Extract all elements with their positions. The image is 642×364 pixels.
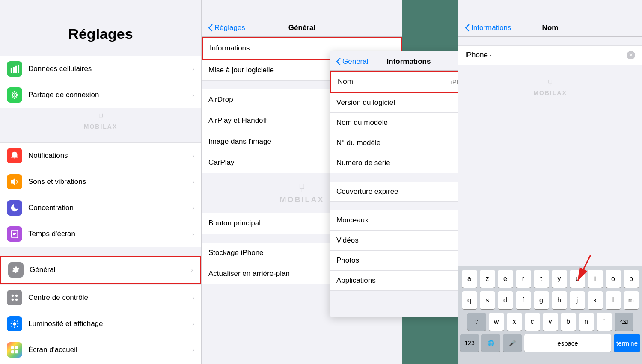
modele-nom-key: Nom du modèle — [336, 118, 388, 127]
key-z[interactable]: z — [480, 270, 495, 288]
key-b[interactable]: b — [561, 313, 576, 331]
key-j[interactable]: j — [570, 291, 585, 309]
temps-label: Temps d'écran — [28, 230, 192, 238]
back-to-informations[interactable]: Informations — [465, 24, 511, 32]
ecran-icon — [7, 342, 22, 358]
luminosite-icon — [7, 316, 22, 331]
settings-section-2: Notifications › Sons et vibrations › Con… — [0, 142, 201, 247]
bouton-label: Bouton principal — [208, 219, 261, 228]
back-to-general[interactable]: Général — [336, 57, 368, 66]
back-to-reglages[interactable]: Réglages — [208, 24, 245, 32]
key-g[interactable]: g — [534, 291, 549, 309]
settings-item-general[interactable]: Général › — [0, 256, 201, 284]
key-globe[interactable]: 🌐 — [482, 334, 500, 352]
key-u[interactable]: u — [570, 270, 585, 288]
svg-point-15 — [13, 322, 16, 325]
svg-point-13 — [12, 299, 14, 301]
settings-list: Données cellulaires › Partage de connexi… — [0, 47, 201, 364]
svg-rect-8 — [12, 230, 18, 238]
actualiser-label: Actualiser en arrière-plan — [208, 269, 290, 278]
donnees-label: Données cellulaires — [28, 65, 192, 73]
sons-icon — [7, 174, 22, 189]
key-t[interactable]: t — [534, 270, 549, 288]
key-r[interactable]: r — [516, 270, 531, 288]
ecran-label: Écran d'accueil — [28, 346, 192, 354]
key-k[interactable]: k — [588, 291, 603, 309]
settings-item-luminosite[interactable]: Luminosité et affichage › — [0, 311, 201, 337]
key-shift[interactable]: ⇧ — [467, 313, 486, 331]
partage-label: Partage de connexion — [28, 91, 192, 99]
notifs-label: Notifications — [28, 151, 192, 160]
image-label: Image dans l'image — [208, 137, 271, 146]
panel1-title: Réglages — [9, 26, 193, 42]
panel4-fork-icon: ⑂ — [458, 78, 642, 89]
keyboard-area: a z e r t y u i o p q s d f g h j k l — [458, 101, 642, 364]
key-s[interactable]: s — [480, 291, 495, 309]
brand-label: MOBILAX — [84, 123, 118, 130]
panel4-header: Informations Nom — [458, 0, 642, 37]
key-backspace[interactable]: ⌫ — [615, 313, 633, 331]
modele-num-key: N° du modèle — [336, 139, 380, 147]
svg-point-11 — [12, 295, 14, 297]
settings-item-centre[interactable]: Centre de contrôle › — [0, 285, 201, 311]
fork-icon: ⑂ — [0, 112, 201, 123]
panel1-header: Réglages — [0, 0, 201, 47]
luminosite-label: Luminosité et affichage — [28, 320, 192, 328]
key-v[interactable]: v — [543, 313, 558, 331]
clear-input-button[interactable]: ✕ — [627, 51, 635, 59]
key-m[interactable]: m — [624, 291, 639, 309]
concentration-icon — [7, 200, 22, 216]
settings-item-notifs[interactable]: Notifications › — [0, 142, 201, 169]
svg-rect-3 — [18, 65, 19, 73]
svg-line-22 — [12, 326, 12, 327]
key-x[interactable]: x — [507, 313, 522, 331]
nom-input-field[interactable] — [465, 51, 627, 59]
key-d[interactable]: d — [498, 291, 513, 309]
settings-item-concentration[interactable]: Concentration › — [0, 195, 201, 221]
key-n[interactable]: n — [579, 313, 594, 331]
couverture-key: Couverture expirée — [336, 187, 398, 196]
key-c[interactable]: c — [525, 313, 540, 331]
key-apostrophe[interactable]: ' — [597, 313, 612, 331]
key-y[interactable]: y — [552, 270, 567, 288]
panel2-header: Réglages Général — [202, 0, 402, 37]
settings-item-partage[interactable]: Partage de connexion › — [0, 82, 201, 108]
maj-label: Mise à jour logicielle — [208, 66, 274, 74]
panel4-back-label: Informations — [471, 24, 511, 32]
key-f[interactable]: f — [516, 291, 531, 309]
svg-line-23 — [17, 321, 18, 322]
settings-item-temps[interactable]: Temps d'écran › — [0, 221, 201, 247]
key-numbers[interactable]: 123 — [460, 334, 479, 352]
settings-section-3: Général › Centre de contrôle › Luminosit… — [0, 256, 201, 364]
key-i[interactable]: i — [588, 270, 603, 288]
svg-rect-0 — [11, 68, 12, 73]
key-h[interactable]: h — [552, 291, 567, 309]
key-mic[interactable]: 🎤 — [503, 334, 522, 352]
svg-rect-1 — [13, 67, 15, 73]
panel3-back-label: Général — [342, 57, 368, 66]
serie-key: Numéro de série — [336, 159, 390, 167]
key-space[interactable]: espace — [524, 334, 611, 352]
donnees-chevron: › — [192, 65, 194, 72]
applications-key: Applications — [336, 276, 376, 285]
settings-item-donnees[interactable]: Données cellulaires › — [0, 56, 201, 82]
key-p[interactable]: p — [624, 270, 639, 288]
settings-item-ecran[interactable]: Écran d'accueil › — [0, 337, 201, 363]
key-l[interactable]: l — [606, 291, 621, 309]
panel4-brand: MOBILAX — [533, 89, 567, 96]
key-a[interactable]: a — [462, 270, 477, 288]
svg-line-20 — [12, 321, 12, 322]
settings-item-sons[interactable]: Sons et vibrations › — [0, 169, 201, 195]
stockage-label: Stockage iPhone — [208, 249, 264, 257]
partage-icon — [7, 87, 22, 103]
key-o[interactable]: o — [606, 270, 621, 288]
panel3-title: Informations — [387, 57, 431, 66]
photos-key: Photos — [336, 256, 359, 265]
key-q[interactable]: q — [462, 291, 477, 309]
key-done[interactable]: terminé — [614, 334, 640, 352]
key-e[interactable]: e — [498, 270, 513, 288]
key-w[interactable]: w — [489, 313, 504, 331]
keyboard: a z e r t y u i o p q s d f g h j k l — [458, 266, 642, 364]
panel1-watermark: ⑂ MOBILAX — [0, 108, 201, 134]
nom-key: Nom — [338, 77, 353, 86]
